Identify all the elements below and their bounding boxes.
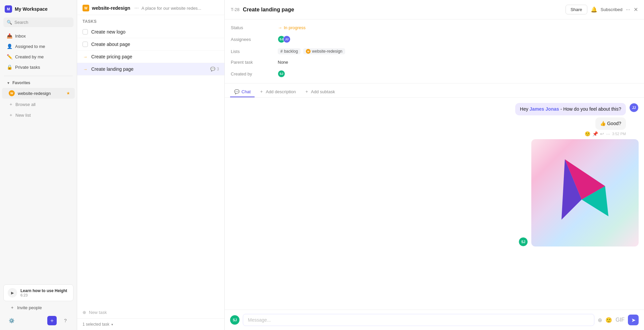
chat-icon: 💬 [210, 67, 215, 71]
message-list: JJ Hey James Jonas - How do you feel abo… [230, 103, 639, 246]
current-user-avatar: SJ [230, 315, 239, 325]
task-item-active[interactable]: → Create landing page 💬 3 [77, 63, 224, 75]
message-item: 👍 Good? [595, 117, 639, 130]
add-icon: ⊕ [83, 310, 86, 315]
message-input[interactable] [243, 314, 594, 326]
chevron-down-icon[interactable]: ▾ [111, 323, 113, 326]
task-item[interactable]: Create new logo [77, 26, 224, 38]
tasks-label: Tasks [77, 15, 224, 26]
avatar-creator: SJ [278, 70, 285, 77]
plus-icon: ＋ [9, 101, 13, 107]
chat-body: JJ Hey James Jonas - How do you feel abo… [225, 98, 644, 310]
browse-all-button[interactable]: ＋ Browse all [2, 99, 75, 109]
emoji-reaction-button[interactable]: 🙂 [585, 131, 590, 136]
tab-add-subtask[interactable]: ＋ Add subtask [301, 86, 339, 98]
settings-icon[interactable]: ⚙️ [7, 316, 16, 325]
reply-button[interactable]: ↩ [600, 131, 604, 136]
message-actions: 🙂 📌 ↩ ··· 3:52 PM [585, 131, 639, 136]
inbox-icon: 📥 [7, 33, 12, 39]
learn-card[interactable]: ▶ Learn how to use Height 6:23 [3, 284, 73, 301]
sidebar-item-private[interactable]: 🔒 Private tasks [2, 62, 75, 72]
project-name: website-redesign [92, 5, 130, 11]
status-icon: → [278, 25, 282, 30]
avatar-jj: JJ [283, 36, 290, 43]
pin-button[interactable]: 📌 [592, 131, 598, 136]
task-item[interactable]: Create about page [77, 38, 224, 51]
close-button[interactable]: ✕ [634, 6, 638, 13]
workspace-icon: M [5, 5, 12, 13]
task-item[interactable]: → Create pricing page [77, 51, 224, 63]
sidebar-item-inbox[interactable]: 📥 Inbox [2, 31, 75, 41]
project-mini-icon: W [306, 49, 311, 54]
sidebar-item-assigned[interactable]: 👤 Assigned to me [2, 41, 75, 51]
created-by-value: SJ [278, 69, 638, 78]
workspace-header[interactable]: M My Workspace [0, 0, 77, 15]
message-group: 👍 Good? 🙂 📌 ↩ ··· 3:52 PM SJ [230, 117, 639, 246]
learn-duration: 6:23 [20, 293, 67, 297]
share-button[interactable]: Share [566, 5, 587, 14]
task-panel-header: W website-redesign ··· A place for our w… [77, 0, 224, 15]
more-actions-button[interactable]: ··· [606, 131, 610, 136]
project-tag[interactable]: W website-redesign [303, 48, 345, 54]
task-footer: 1 selected task ▾ [77, 318, 224, 330]
chat-badge: 💬 3 [210, 67, 219, 71]
project-dot: W [9, 90, 15, 96]
project-icon: W [83, 5, 89, 11]
created-by-label: Created by [231, 69, 278, 78]
in-progress-icon: → [83, 54, 88, 59]
tab-chat[interactable]: 💬 Chat [230, 87, 255, 97]
more-options-button[interactable]: ··· [626, 7, 630, 13]
new-list-button[interactable]: ＋ New list [2, 110, 75, 120]
in-progress-icon: → [83, 66, 88, 72]
favorites-header[interactable]: ▼ Favorites [2, 78, 75, 87]
attachment-icon[interactable]: ⊕ [598, 317, 602, 323]
add-subtask-icon: ＋ [305, 89, 309, 95]
task-checkbox[interactable] [83, 42, 88, 47]
invite-people-button[interactable]: ＋ Invite people [5, 302, 71, 313]
hash-icon: # [280, 49, 283, 54]
project-description: A place for our website redes... [142, 6, 201, 11]
sidebar-footer: ▶ Learn how to use Height 6:23 ＋ Invite … [0, 281, 77, 330]
lists-value: # backlog W website-redesign [278, 47, 638, 55]
subscribed-label: Subscribed [601, 7, 623, 12]
sidebar-divider [4, 76, 73, 76]
message-bubble2: 👍 Good? [595, 117, 626, 130]
image-attachment[interactable] [531, 139, 639, 246]
add-task-button[interactable]: ＋ [47, 316, 57, 325]
detail-panel: T-28 Create landing page Share 🔔 Subscri… [225, 0, 644, 330]
sidebar: M My Workspace 🔍 Search 📥 Inbox 👤 Assign… [0, 0, 77, 330]
gradient-bg [531, 139, 639, 246]
parent-task-label: Parent task [231, 59, 278, 66]
assigned-icon: 👤 [7, 44, 12, 49]
private-icon: 🔒 [7, 64, 12, 70]
assignees-value: SJ JJ [278, 35, 638, 44]
new-list-icon: ＋ [9, 112, 13, 118]
tab-add-description[interactable]: ＋ Add description [255, 86, 300, 98]
sidebar-item-created[interactable]: ✏️ Created by me [2, 52, 75, 62]
sidebar-nav: 📥 Inbox 👤 Assigned to me ✏️ Created by m… [0, 29, 77, 74]
chat-tab-icon: 💬 [234, 89, 239, 94]
bell-icon[interactable]: 🔔 [591, 6, 597, 13]
help-icon[interactable]: ? [61, 316, 70, 325]
backlog-tag[interactable]: # backlog [278, 48, 301, 54]
sidebar-item-website-redesign[interactable]: W website-redesign ★ [2, 88, 75, 99]
gif-icon[interactable]: GIF [615, 317, 625, 323]
bottom-bar: ⚙️ ＋ ? [3, 314, 73, 327]
detail-task-title: Create landing page [243, 7, 562, 13]
detail-meta: Status → In progress Assignees SJ JJ Lis… [225, 19, 644, 84]
search-input[interactable]: 🔍 Search [3, 17, 73, 27]
add-desc-icon: ＋ [259, 89, 264, 95]
task-id: T-28 [231, 7, 239, 12]
project-menu-button[interactable]: ··· [134, 5, 139, 11]
parent-task-value: None [278, 59, 638, 66]
lists-label: Lists [231, 47, 278, 55]
message-input-area: SJ ⊕ 🙂 GIF ➤ [225, 310, 644, 330]
task-list: Create new logo Create about page → Crea… [77, 26, 224, 307]
emoji-icon[interactable]: 🙂 [605, 317, 612, 323]
task-checkbox[interactable] [83, 29, 88, 35]
task-panel: W website-redesign ··· A place for our w… [77, 0, 225, 330]
learn-title: Learn how to use Height [20, 288, 67, 293]
send-button[interactable]: ➤ [628, 315, 639, 325]
new-task-button[interactable]: ⊕ New task [77, 307, 224, 318]
message-bubble: Hey James Jonas - How do you feel about … [515, 103, 626, 115]
